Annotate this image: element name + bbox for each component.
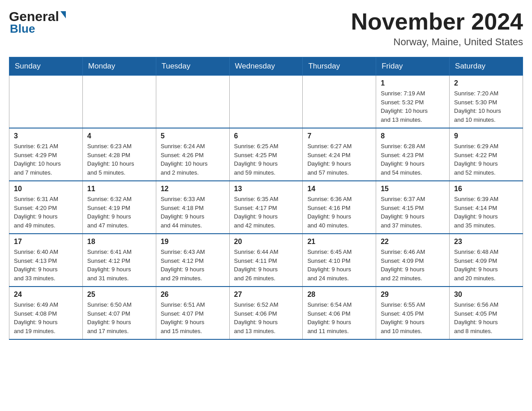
weekday-header-saturday: Saturday xyxy=(450,57,523,76)
day-info: Sunrise: 6:27 AM Sunset: 4:24 PM Dayligh… xyxy=(307,142,371,177)
calendar-cell: 5Sunrise: 6:24 AM Sunset: 4:26 PM Daylig… xyxy=(156,128,229,181)
day-info: Sunrise: 6:50 AM Sunset: 4:07 PM Dayligh… xyxy=(87,300,151,335)
day-number: 7 xyxy=(307,132,371,140)
calendar-cell: 7Sunrise: 6:27 AM Sunset: 4:24 PM Daylig… xyxy=(303,128,376,181)
calendar-week-5: 24Sunrise: 6:49 AM Sunset: 4:08 PM Dayli… xyxy=(9,287,523,339)
calendar-cell: 20Sunrise: 6:44 AM Sunset: 4:11 PM Dayli… xyxy=(229,234,303,287)
calendar-table: SundayMondayTuesdayWednesdayThursdayFrid… xyxy=(9,57,523,340)
day-info: Sunrise: 6:52 AM Sunset: 4:06 PM Dayligh… xyxy=(234,300,298,335)
day-info: Sunrise: 6:49 AM Sunset: 4:08 PM Dayligh… xyxy=(14,300,78,335)
calendar-cell: 24Sunrise: 6:49 AM Sunset: 4:08 PM Dayli… xyxy=(9,287,83,339)
day-number: 23 xyxy=(454,238,518,246)
day-number: 13 xyxy=(234,185,298,193)
day-info: Sunrise: 6:51 AM Sunset: 4:07 PM Dayligh… xyxy=(161,300,225,335)
day-number: 11 xyxy=(87,185,151,193)
day-info: Sunrise: 6:28 AM Sunset: 4:23 PM Dayligh… xyxy=(381,142,445,177)
calendar-cell: 26Sunrise: 6:51 AM Sunset: 4:07 PM Dayli… xyxy=(156,287,229,339)
day-info: Sunrise: 6:32 AM Sunset: 4:19 PM Dayligh… xyxy=(87,195,151,230)
weekday-header-friday: Friday xyxy=(376,57,450,76)
day-info: Sunrise: 6:31 AM Sunset: 4:20 PM Dayligh… xyxy=(14,195,78,230)
day-info: Sunrise: 6:41 AM Sunset: 4:12 PM Dayligh… xyxy=(87,248,151,283)
day-number: 26 xyxy=(161,291,225,299)
calendar-cell: 13Sunrise: 6:35 AM Sunset: 4:17 PM Dayli… xyxy=(229,181,303,234)
day-info: Sunrise: 6:37 AM Sunset: 4:15 PM Dayligh… xyxy=(381,195,445,230)
calendar-cell: 11Sunrise: 6:32 AM Sunset: 4:19 PM Dayli… xyxy=(82,181,156,234)
day-number: 28 xyxy=(307,291,371,299)
calendar-cell: 15Sunrise: 6:37 AM Sunset: 4:15 PM Dayli… xyxy=(376,181,450,234)
weekday-header-monday: Monday xyxy=(82,57,156,76)
calendar-week-4: 17Sunrise: 6:40 AM Sunset: 4:13 PM Dayli… xyxy=(9,234,523,287)
weekday-header-thursday: Thursday xyxy=(303,57,376,76)
day-info: Sunrise: 6:45 AM Sunset: 4:10 PM Dayligh… xyxy=(307,248,371,283)
logo: General Blue xyxy=(9,9,66,36)
calendar-cell: 1Sunrise: 7:19 AM Sunset: 5:32 PM Daylig… xyxy=(376,76,450,128)
day-info: Sunrise: 7:20 AM Sunset: 5:30 PM Dayligh… xyxy=(454,89,518,124)
day-number: 9 xyxy=(454,132,518,140)
day-info: Sunrise: 6:25 AM Sunset: 4:25 PM Dayligh… xyxy=(234,142,298,177)
title-area: November 2024 Norway, Maine, United Stat… xyxy=(351,9,523,48)
calendar-week-3: 10Sunrise: 6:31 AM Sunset: 4:20 PM Dayli… xyxy=(9,181,523,234)
day-info: Sunrise: 6:40 AM Sunset: 4:13 PM Dayligh… xyxy=(14,248,78,283)
weekday-header-sunday: Sunday xyxy=(9,57,83,76)
calendar-week-2: 3Sunrise: 6:21 AM Sunset: 4:29 PM Daylig… xyxy=(9,128,523,181)
calendar-cell: 29Sunrise: 6:55 AM Sunset: 4:05 PM Dayli… xyxy=(376,287,450,339)
day-info: Sunrise: 6:29 AM Sunset: 4:22 PM Dayligh… xyxy=(454,142,518,177)
day-number: 22 xyxy=(381,238,445,246)
calendar-cell: 10Sunrise: 6:31 AM Sunset: 4:20 PM Dayli… xyxy=(9,181,83,234)
day-number: 2 xyxy=(454,79,518,87)
calendar-cell: 19Sunrise: 6:43 AM Sunset: 4:12 PM Dayli… xyxy=(156,234,229,287)
day-info: Sunrise: 6:46 AM Sunset: 4:09 PM Dayligh… xyxy=(381,248,445,283)
day-number: 6 xyxy=(234,132,298,140)
day-info: Sunrise: 6:48 AM Sunset: 4:09 PM Dayligh… xyxy=(454,248,518,283)
day-number: 17 xyxy=(14,238,78,246)
calendar-cell xyxy=(82,76,156,128)
weekday-header-row: SundayMondayTuesdayWednesdayThursdayFrid… xyxy=(9,57,523,76)
calendar-cell: 9Sunrise: 6:29 AM Sunset: 4:22 PM Daylig… xyxy=(450,128,523,181)
day-number: 29 xyxy=(381,291,445,299)
day-number: 8 xyxy=(381,132,445,140)
calendar-cell: 28Sunrise: 6:54 AM Sunset: 4:06 PM Dayli… xyxy=(303,287,376,339)
calendar-cell xyxy=(156,76,229,128)
weekday-header-tuesday: Tuesday xyxy=(156,57,229,76)
day-number: 19 xyxy=(161,238,225,246)
day-info: Sunrise: 6:55 AM Sunset: 4:05 PM Dayligh… xyxy=(381,300,445,335)
day-number: 3 xyxy=(14,132,78,140)
weekday-header-wednesday: Wednesday xyxy=(229,57,303,76)
calendar-title: November 2024 xyxy=(351,9,523,34)
day-info: Sunrise: 6:44 AM Sunset: 4:11 PM Dayligh… xyxy=(234,248,298,283)
page-header: General Blue November 2024 Norway, Maine… xyxy=(9,9,523,48)
calendar-cell: 4Sunrise: 6:23 AM Sunset: 4:28 PM Daylig… xyxy=(82,128,156,181)
calendar-cell: 12Sunrise: 6:33 AM Sunset: 4:18 PM Dayli… xyxy=(156,181,229,234)
day-number: 5 xyxy=(161,132,225,140)
day-number: 15 xyxy=(381,185,445,193)
calendar-cell: 30Sunrise: 6:56 AM Sunset: 4:05 PM Dayli… xyxy=(450,287,523,339)
calendar-cell: 6Sunrise: 6:25 AM Sunset: 4:25 PM Daylig… xyxy=(229,128,303,181)
day-info: Sunrise: 6:23 AM Sunset: 4:28 PM Dayligh… xyxy=(87,142,151,177)
day-number: 10 xyxy=(14,185,78,193)
day-info: Sunrise: 6:35 AM Sunset: 4:17 PM Dayligh… xyxy=(234,195,298,230)
day-number: 4 xyxy=(87,132,151,140)
day-number: 27 xyxy=(234,291,298,299)
day-info: Sunrise: 6:56 AM Sunset: 4:05 PM Dayligh… xyxy=(454,300,518,335)
day-number: 14 xyxy=(307,185,371,193)
logo-triangle-icon xyxy=(60,11,66,18)
day-info: Sunrise: 6:24 AM Sunset: 4:26 PM Dayligh… xyxy=(161,142,225,177)
day-info: Sunrise: 6:21 AM Sunset: 4:29 PM Dayligh… xyxy=(14,142,78,177)
day-number: 20 xyxy=(234,238,298,246)
day-info: Sunrise: 6:33 AM Sunset: 4:18 PM Dayligh… xyxy=(161,195,225,230)
calendar-cell: 25Sunrise: 6:50 AM Sunset: 4:07 PM Dayli… xyxy=(82,287,156,339)
day-number: 1 xyxy=(381,79,445,87)
day-number: 18 xyxy=(87,238,151,246)
calendar-cell: 3Sunrise: 6:21 AM Sunset: 4:29 PM Daylig… xyxy=(9,128,83,181)
calendar-cell: 2Sunrise: 7:20 AM Sunset: 5:30 PM Daylig… xyxy=(450,76,523,128)
day-number: 21 xyxy=(307,238,371,246)
calendar-subtitle: Norway, Maine, United States xyxy=(351,36,523,48)
day-number: 12 xyxy=(161,185,225,193)
day-number: 30 xyxy=(454,291,518,299)
day-number: 24 xyxy=(14,291,78,299)
calendar-cell: 18Sunrise: 6:41 AM Sunset: 4:12 PM Dayli… xyxy=(82,234,156,287)
calendar-cell: 21Sunrise: 6:45 AM Sunset: 4:10 PM Dayli… xyxy=(303,234,376,287)
calendar-cell: 23Sunrise: 6:48 AM Sunset: 4:09 PM Dayli… xyxy=(450,234,523,287)
day-info: Sunrise: 7:19 AM Sunset: 5:32 PM Dayligh… xyxy=(381,89,445,124)
calendar-cell xyxy=(303,76,376,128)
